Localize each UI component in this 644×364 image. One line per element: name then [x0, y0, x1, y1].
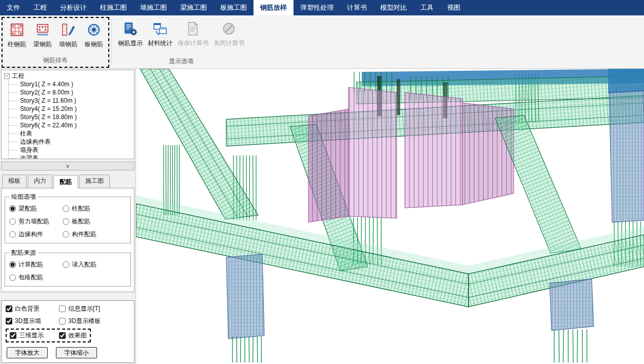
- slab-rebar-button[interactable]: 板钢筋: [81, 18, 107, 54]
- checkbox-3d-display-label: 三维显示: [19, 331, 44, 340]
- tree-item-story1[interactable]: Story1( Z = 4.40m ): [9, 80, 134, 88]
- rebar-tab-page: 绘图选项 梁配筋 柱配筋 剪力墙配筋: [1, 188, 134, 292]
- material-stats-label: 材料统计: [148, 39, 172, 48]
- radio-slab-rebar[interactable]: 板配筋: [63, 217, 127, 226]
- save-report-icon: [185, 21, 201, 37]
- rebar-display-label: 钢筋显示: [118, 39, 143, 48]
- column-left-foreground: [226, 254, 264, 339]
- menu-item-project[interactable]: 工程: [27, 0, 53, 15]
- menu-item-column-drawings[interactable]: 柱施工图: [93, 0, 133, 15]
- radio-envelope-rebar-input[interactable]: [9, 274, 16, 281]
- menu-item-rebar-detailing[interactable]: 钢筋放样: [253, 0, 294, 15]
- radio-imported-rebar[interactable]: 读入配筋: [63, 260, 127, 269]
- radio-column-rebar-label: 柱配筋: [72, 204, 90, 213]
- beam-rebar-label: 梁钢筋: [33, 40, 52, 49]
- model-viewport[interactable]: [136, 69, 644, 364]
- rebar-bundle: [232, 337, 261, 362]
- radio-slab-rebar-input[interactable]: [63, 218, 69, 225]
- checkbox-3d-walls[interactable]: 3D显示墙: [6, 317, 59, 325]
- radio-edge-member-input[interactable]: [9, 231, 16, 238]
- radio-column-rebar[interactable]: 柱配筋: [63, 204, 127, 213]
- tree-item-column-table[interactable]: 柱表: [9, 129, 134, 138]
- back-column: [397, 79, 400, 115]
- checkbox-render-effect-input[interactable]: [59, 332, 66, 339]
- tree-item-story3[interactable]: Story3( Z = 11.60m ): [9, 97, 134, 105]
- tab-template[interactable]: 模板: [2, 175, 27, 188]
- checkbox-render-effect[interactable]: 效果图: [59, 331, 87, 340]
- radio-beam-rebar[interactable]: 梁配筋: [9, 204, 63, 213]
- menu-item-slab-drawings[interactable]: 板施工图: [213, 0, 253, 15]
- column-right-foreground: [550, 279, 594, 330]
- menu-item-file[interactable]: 文件: [0, 0, 27, 15]
- radio-slab-rebar-label: 板配筋: [72, 217, 90, 226]
- tree-item-wall-table[interactable]: 墙身表: [9, 146, 134, 154]
- radio-member-rebar-input[interactable]: [63, 231, 69, 238]
- font-shrink-button[interactable]: 字体缩小: [56, 347, 97, 358]
- radio-column-rebar-input[interactable]: [63, 205, 69, 212]
- radio-imported-rebar-label: 读入配筋: [72, 260, 96, 269]
- radio-shearwall-rebar[interactable]: 剪力墙配筋: [9, 217, 63, 226]
- collapse-node-icon[interactable]: [4, 73, 10, 79]
- draw-options-group: 绘图选项 梁配筋 柱配筋 剪力墙配筋: [5, 193, 131, 243]
- radio-edge-member[interactable]: 边缘构件: [9, 230, 63, 239]
- close-report-button[interactable]: 关闭计算书: [211, 17, 247, 55]
- radio-envelope-rebar[interactable]: 包络配筋: [9, 273, 63, 282]
- menu-item-analysis-design[interactable]: 分析设计: [53, 0, 93, 15]
- tree-item-story5[interactable]: Story5( Z = 18.80m ): [9, 113, 134, 121]
- radio-beam-rebar-input[interactable]: [9, 205, 16, 212]
- checkbox-white-background-input[interactable]: [6, 305, 12, 312]
- tree-item-edge-member-table[interactable]: 边缘构件表: [9, 138, 134, 146]
- wall-rebar-icon: [60, 22, 76, 38]
- tree-item-story4[interactable]: Story4( Z = 15.20m ): [9, 105, 134, 113]
- checkbox-3d-walls-input[interactable]: [6, 318, 12, 324]
- tree-item-story2[interactable]: Story2( Z = 8.00m ): [9, 88, 134, 97]
- menu-item-model-compare[interactable]: 模型对比: [374, 0, 414, 15]
- tree-item-coupling-beam-table[interactable]: 连梁表: [9, 154, 134, 159]
- save-report-button[interactable]: 保存计算书: [175, 17, 211, 55]
- tab-rebar[interactable]: 配筋: [53, 175, 78, 188]
- tab-drawings[interactable]: 施工图: [79, 175, 110, 188]
- collapse-panel-button[interactable]: ∨: [1, 162, 134, 170]
- menu-item-wall-drawings[interactable]: 墙施工图: [133, 0, 173, 15]
- radio-shearwall-rebar-input[interactable]: [9, 218, 16, 225]
- ribbon: 柱钢筋 梁钢筋: [0, 15, 644, 69]
- menu-item-elastoplastic[interactable]: 弹塑性处理: [294, 0, 340, 15]
- tree-item-story6[interactable]: Story6( Z = 22.40m ): [9, 121, 134, 129]
- checkbox-info-display[interactable]: 信息显示[T]: [59, 304, 131, 313]
- column-far-right: [608, 69, 644, 222]
- checkbox-info-display-input[interactable]: [59, 305, 66, 312]
- material-stats-button[interactable]: 材料统计: [145, 17, 175, 55]
- menu-item-view[interactable]: 视图: [440, 0, 467, 15]
- wall-rebar-button[interactable]: 墙钢筋: [55, 18, 81, 54]
- rebar-bundle: [554, 330, 587, 362]
- checkbox-3d-slabs[interactable]: 3D显示楼板: [59, 317, 131, 325]
- font-enlarge-button[interactable]: 字体放大: [7, 347, 48, 358]
- project-tree: 工程 Story1( Z = 4.40m ) Story2( Z = 8.00m…: [1, 70, 134, 159]
- radio-edge-member-label: 边缘构件: [18, 230, 43, 239]
- beam-rebar-icon: [34, 22, 51, 38]
- radio-imported-rebar-input[interactable]: [63, 261, 69, 268]
- radio-shearwall-rebar-label: 剪力墙配筋: [18, 217, 49, 226]
- column-rebar-button[interactable]: 柱钢筋: [4, 18, 30, 54]
- tree-root-project[interactable]: 工程: [4, 72, 134, 80]
- rebar-3d-scene: [136, 69, 644, 364]
- tab-forces[interactable]: 内力: [28, 175, 52, 188]
- checkbox-white-background[interactable]: 白色背景: [6, 304, 59, 313]
- radio-calculated-rebar-input[interactable]: [9, 261, 16, 268]
- radio-calculated-rebar[interactable]: 计算配筋: [9, 260, 63, 269]
- checkbox-3d-display-input[interactable]: [10, 332, 16, 339]
- menu-item-calc-report[interactable]: 计算书: [340, 0, 374, 15]
- menu-item-beam-drawings[interactable]: 梁施工图: [173, 0, 213, 15]
- checkbox-info-display-label: 信息显示[T]: [68, 304, 100, 313]
- checkbox-3d-display[interactable]: 三维显示: [10, 331, 44, 340]
- rebar-display-button[interactable]: 钢筋显示: [115, 17, 145, 55]
- radio-envelope-rebar-label: 包络配筋: [18, 273, 43, 282]
- tab-strip: 模板 内力 配筋 施工图: [1, 175, 134, 188]
- shear-wall-panels: [308, 87, 514, 222]
- sidebar: 工程 Story1( Z = 4.40m ) Story2( Z = 8.00m…: [0, 69, 136, 364]
- column-rebar-icon: [9, 22, 25, 38]
- checkbox-3d-slabs-input[interactable]: [59, 318, 66, 324]
- radio-member-rebar[interactable]: 构件配筋: [63, 230, 127, 239]
- menu-item-tools[interactable]: 工具: [414, 0, 440, 15]
- beam-rebar-button[interactable]: 梁钢筋: [30, 18, 55, 54]
